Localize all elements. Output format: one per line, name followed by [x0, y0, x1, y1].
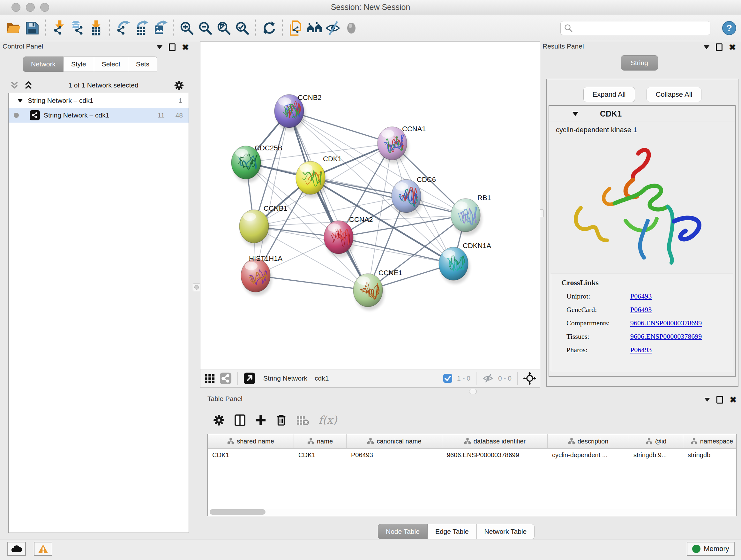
tab-node-table[interactable]: Node Table — [378, 524, 428, 539]
crosslink-link[interactable]: P06493 — [630, 292, 652, 300]
column-header-description[interactable]: description — [548, 434, 629, 448]
zoom-out-button[interactable] — [196, 18, 214, 38]
protein-section-header[interactable]: CDK1 — [549, 106, 735, 122]
panel-close-icon[interactable]: ✖ — [730, 396, 737, 403]
search-input[interactable] — [576, 24, 707, 32]
network-node-CDC25B[interactable]: CDC25B — [231, 144, 282, 183]
table-hscrollbar[interactable] — [208, 508, 736, 516]
zoom-selected-button[interactable] — [233, 18, 252, 38]
collapse-all-icon[interactable] — [10, 80, 19, 90]
panel-float-icon[interactable] — [717, 396, 723, 403]
network-row-selected[interactable]: String Network – cdk1 11 48 — [9, 108, 189, 123]
column-header-namespace[interactable]: namespace — [683, 434, 737, 448]
expand-all-button[interactable]: Expand All — [583, 87, 635, 102]
column-header-shared-name[interactable]: shared name — [208, 434, 294, 448]
tab-network-table[interactable]: Network Table — [477, 524, 535, 539]
crosslink-link[interactable]: 9606.ENSP00000378699 — [630, 332, 702, 341]
hidden-eye-icon[interactable] — [482, 373, 494, 384]
network-node-CCNB2[interactable]: CCNB2 — [274, 94, 322, 131]
panel-menu-icon[interactable] — [157, 45, 162, 49]
add-column-button[interactable] — [255, 414, 267, 427]
crosslink-link[interactable]: 9606.ENSP00000378699 — [630, 319, 702, 327]
export-image-button[interactable] — [151, 18, 169, 38]
crosslink-link[interactable]: P06493 — [630, 346, 652, 354]
table-cell[interactable]: CDK1 — [208, 449, 294, 461]
network-node-CCNB1[interactable]: CCNB1 — [239, 204, 287, 246]
fit-selected-crosshair-icon[interactable] — [523, 372, 536, 385]
tab-edge-table[interactable]: Edge Table — [428, 524, 477, 539]
memory-button[interactable]: Memory — [687, 542, 735, 556]
crosslink-link[interactable]: P06493 — [630, 306, 652, 314]
tab-string[interactable]: String — [621, 55, 658, 71]
import-network-from-file-button[interactable] — [50, 18, 68, 38]
horizontal-splitter-grip[interactable] — [469, 389, 477, 394]
tab-network[interactable]: Network — [23, 57, 64, 72]
first-neighbors-button[interactable] — [305, 18, 324, 38]
table-row[interactable]: CDK1CDK1P064939606.ENSP00000378699cyclin… — [208, 449, 736, 461]
hide-selected-button[interactable] — [324, 18, 342, 38]
network-node-CDC6[interactable]: CDC6 — [392, 176, 436, 216]
show-columns-button[interactable] — [233, 414, 246, 427]
panel-close-icon[interactable]: ✖ — [182, 44, 189, 51]
panel-float-icon[interactable] — [169, 44, 176, 51]
import-network-from-database-button[interactable] — [68, 18, 87, 38]
network-options-gear-icon[interactable] — [174, 80, 185, 91]
cloud-status-button[interactable] — [7, 542, 26, 556]
expand-all-icon[interactable] — [23, 80, 33, 90]
export-network-to-file-button[interactable] — [114, 18, 132, 38]
column-header--id[interactable]: @id — [629, 434, 683, 448]
section-collapse-arrow-icon[interactable] — [572, 111, 579, 116]
zoom-in-button[interactable] — [178, 18, 196, 38]
function-builder-button[interactable]: f(x) — [318, 413, 338, 427]
export-table-to-file-button[interactable] — [132, 18, 151, 38]
import-table-from-file-button[interactable] — [87, 18, 105, 38]
show-all-button[interactable] — [342, 18, 360, 38]
network-node-HIST1H1A[interactable]: HIST1H1A — [241, 254, 282, 296]
table-options-gear-button[interactable] — [212, 414, 225, 427]
zoom-fit-button[interactable] — [214, 18, 233, 38]
tree-expand-arrow-icon[interactable] — [17, 98, 23, 103]
panel-float-icon[interactable] — [716, 44, 723, 51]
table-cell[interactable]: P06493 — [347, 449, 442, 461]
tab-sets[interactable]: Sets — [128, 57, 157, 72]
table-cell[interactable]: CDK1 — [294, 449, 347, 461]
search-box[interactable] — [560, 21, 711, 35]
delete-column-button[interactable] — [275, 414, 287, 427]
network-node-CDKN1A[interactable]: CDKN1A — [439, 242, 491, 284]
panel-menu-icon[interactable] — [704, 45, 710, 49]
tab-style[interactable]: Style — [64, 57, 94, 72]
help-icon: ? — [722, 21, 737, 36]
refresh-view-button[interactable] — [260, 18, 278, 38]
column-header-name[interactable]: name — [294, 434, 347, 448]
panel-menu-icon[interactable] — [704, 398, 710, 401]
open-in-window-icon[interactable] — [244, 372, 256, 384]
network-node-CCNA1[interactable]: CCNA1 — [378, 125, 426, 164]
open-session-button[interactable] — [4, 18, 23, 38]
table-cell[interactable]: cyclin-dependent ... — [548, 449, 629, 461]
network-collection-row[interactable]: String Network – cdk1 1 — [9, 93, 189, 108]
selected-checkbox-icon[interactable] — [443, 374, 453, 383]
table-cell[interactable]: 9606.ENSP00000378699 — [442, 449, 548, 461]
help-button[interactable]: ? — [722, 21, 737, 36]
tab-select[interactable]: Select — [94, 57, 128, 72]
delete-table-button[interactable] — [295, 415, 310, 426]
network-node-CDK1[interactable]: CDK1 — [296, 155, 342, 198]
panel-close-icon[interactable]: ✖ — [729, 44, 736, 51]
current-network-dot-icon — [14, 113, 19, 118]
node-label-CDK1: CDK1 — [323, 155, 342, 163]
vertical-splitter-grip[interactable] — [193, 284, 200, 291]
export-table-to-file-icon — [134, 20, 149, 36]
table-hscroll-thumb[interactable] — [210, 509, 266, 515]
network-node-RB1[interactable]: RB1 — [451, 194, 491, 235]
birds-eye-share-icon[interactable] — [219, 372, 232, 384]
save-session-button[interactable] — [23, 18, 42, 38]
collapse-all-button[interactable]: Collapse All — [647, 87, 702, 102]
table-cell[interactable]: stringdb — [683, 449, 737, 461]
warnings-button[interactable] — [34, 542, 52, 556]
network-canvas[interactable]: CCNB2 CCNA1 CDC25B CDK1 CDC6 R — [200, 42, 540, 369]
column-header-database-identifier[interactable]: database identifier — [442, 434, 548, 448]
table-cell[interactable]: stringdb:9... — [629, 449, 683, 461]
clone-network-button[interactable] — [286, 18, 305, 38]
column-header-canonical-name[interactable]: canonical name — [347, 434, 442, 448]
view-grid-icon[interactable] — [204, 373, 215, 384]
